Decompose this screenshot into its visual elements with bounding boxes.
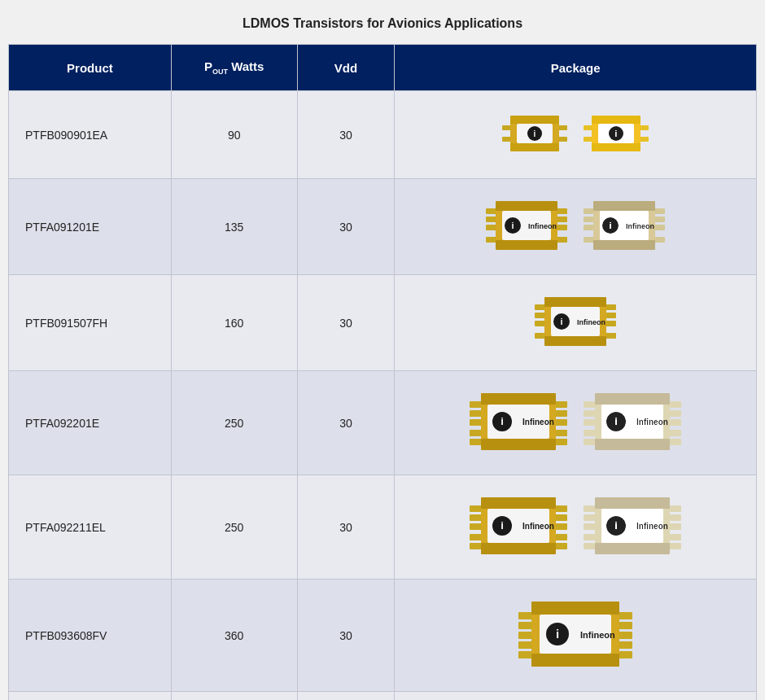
package-icon <box>486 197 567 256</box>
package-cell <box>395 179 757 275</box>
pout-cell: 250 <box>171 475 297 580</box>
col-header-vdd: Vdd <box>297 45 395 91</box>
product-name-cell: PTFB091507FH <box>9 275 172 371</box>
product-name-cell: PTFA091201E <box>9 179 172 275</box>
product-name-cell: PTFA092201E <box>9 371 172 475</box>
table-row: PTFB090901EA 90 30 <box>9 91 757 179</box>
package-icon <box>535 293 616 352</box>
col-header-pout: POUT Watts <box>171 45 297 91</box>
table-row: PTFA091201E 135 30 <box>9 179 757 275</box>
vdd-cell: 50 <box>297 692 395 701</box>
vdd-cell: 30 <box>297 475 395 580</box>
package-icon <box>470 389 567 457</box>
product-name-cell: PTFB093608FV <box>9 580 172 692</box>
package-cell <box>395 371 757 475</box>
pout-cell: 360 <box>171 580 297 692</box>
product-name-cell: PTFB090901EA <box>9 91 172 179</box>
package-icon <box>518 597 632 673</box>
col-header-product: Product <box>9 45 172 91</box>
package-icon <box>584 197 665 256</box>
table-row: PTFB091507FH 160 30 <box>9 275 757 371</box>
vdd-cell: 30 <box>297 580 395 692</box>
package-icon <box>470 493 567 561</box>
pout-cell: 250 <box>171 371 297 475</box>
pout-cell: 90 <box>171 91 297 179</box>
package-cell <box>395 275 757 371</box>
package-cell <box>395 91 757 179</box>
table-row: PTFB093608FV 360 30 <box>9 580 757 692</box>
col-header-package: Package <box>395 45 757 91</box>
package-cell <box>395 475 757 580</box>
page-title: LDMOS Transistors for Avionics Applicati… <box>243 16 522 31</box>
pout-cell: 160 <box>171 275 297 371</box>
product-table: Product POUT Watts Vdd Package PTFB09090… <box>8 44 757 700</box>
package-icon <box>584 109 649 160</box>
product-name-cell: PTVA101KO2EV <box>9 692 172 701</box>
vdd-cell: 30 <box>297 179 395 275</box>
pout-cell: 1,000 <box>171 692 297 701</box>
table-row: PTVA101KO2EV 1,000 50 <box>9 692 757 701</box>
package-icon <box>502 109 567 160</box>
vdd-cell: 30 <box>297 371 395 475</box>
vdd-cell: 30 <box>297 275 395 371</box>
table-row: PTFA092211EL 250 30 <box>9 475 757 580</box>
table-header-row: Product POUT Watts Vdd Package <box>9 45 757 91</box>
package-icon <box>584 493 681 561</box>
table-row: PTFA092201E 250 30 <box>9 371 757 475</box>
pout-cell: 135 <box>171 179 297 275</box>
package-icon <box>584 389 681 457</box>
vdd-cell: 30 <box>297 91 395 179</box>
package-cell <box>395 692 757 701</box>
package-cell <box>395 580 757 692</box>
product-name-cell: PTFA092211EL <box>9 475 172 580</box>
